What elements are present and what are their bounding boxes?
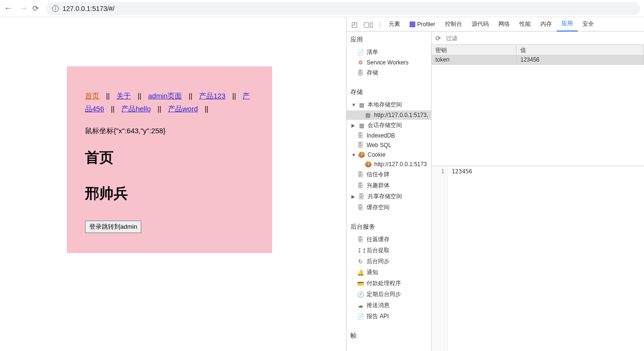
tab-console[interactable]: 控制台 bbox=[440, 17, 467, 32]
card-icon: 💳 bbox=[357, 280, 364, 287]
sidebar-item-label: 信任令牌 bbox=[367, 170, 390, 179]
tab-security[interactable]: 安全 bbox=[578, 17, 599, 32]
sidebar-item-websql[interactable]: 🗄Web SQL bbox=[347, 140, 431, 150]
sidebar-item-payment[interactable]: 💳付款处理程序 bbox=[347, 278, 431, 289]
sidebar-section-bgservices: 后台服务 bbox=[347, 219, 431, 234]
sidebar-item-storage-overview[interactable]: 🗄存储 bbox=[347, 67, 431, 78]
tab-memory[interactable]: 内存 bbox=[536, 17, 557, 32]
forward-button[interactable]: → bbox=[19, 3, 28, 13]
refresh-button[interactable]: ⟳ bbox=[435, 34, 441, 42]
cloud-icon: ☁ bbox=[357, 302, 364, 309]
nav-home-link[interactable]: 首页 bbox=[85, 92, 99, 100]
sidebar-item-label: 后台提取 bbox=[367, 246, 390, 255]
sidebar-item-local-storage[interactable]: ▼▦本地存储空间 bbox=[347, 99, 431, 110]
nav-sep: || bbox=[232, 92, 236, 100]
sidebar-item-label: 会话存储空间 bbox=[368, 121, 402, 129]
viewer-line-number: 1 bbox=[432, 166, 448, 351]
tab-elements[interactable]: 元素 bbox=[384, 17, 405, 32]
main-wrapper: 首页 || 关于 || admin页面 || 产品123 || 产品456 ||… bbox=[0, 17, 644, 351]
application-sidebar[interactable]: 应用 📄清单 ⚙Service Workers 🗄存储 存储 ▼▦本地存储空间 … bbox=[347, 32, 432, 351]
sidebar-item-indexeddb[interactable]: 🗄IndexedDB bbox=[347, 131, 431, 140]
chevron-down-icon[interactable]: ▼ bbox=[351, 102, 356, 107]
sidebar-item-trust-tokens[interactable]: 🗄信任令牌 bbox=[347, 169, 431, 180]
database-icon: 🗄 bbox=[357, 171, 364, 178]
reload-button[interactable]: ⟳ bbox=[32, 4, 39, 13]
storage-panel: ⟳ 密钥 值 token 123456 1 123456 bbox=[432, 32, 644, 351]
tab-network[interactable]: 网络 bbox=[494, 17, 515, 32]
chevron-right-icon[interactable]: ▶ bbox=[351, 194, 356, 199]
value-viewer: 1 123456 bbox=[432, 166, 644, 351]
site-info-icon[interactable]: i bbox=[52, 5, 59, 12]
sidebar-item-notifications[interactable]: 🔔通知 bbox=[347, 267, 431, 278]
nav-sep: || bbox=[111, 105, 115, 113]
sidebar-item-reporting[interactable]: 📄报告 API bbox=[347, 311, 431, 322]
sidebar-item-label: 后台同步 bbox=[367, 257, 390, 266]
nav-about-link[interactable]: 关于 bbox=[116, 92, 131, 100]
cell-key[interactable]: token bbox=[432, 55, 517, 65]
url-bar[interactable]: i 127.0.0.1:5173/#/ bbox=[46, 2, 640, 15]
device-toolbar-icon[interactable]: ▢▯ bbox=[360, 21, 376, 28]
sidebar-item-session-storage[interactable]: ▶▦会话存储空间 bbox=[347, 120, 431, 131]
sidebar-item-label: http://127.0.0.1:5173 bbox=[374, 161, 427, 168]
cell-value[interactable]: 123456 bbox=[517, 55, 644, 65]
sidebar-item-cookie[interactable]: ▼🍪Cookie bbox=[347, 150, 431, 160]
app-container: 首页 || 关于 || admin页面 || 产品123 || 产品456 ||… bbox=[67, 66, 272, 253]
nav-links: 首页 || 关于 || admin页面 || 产品123 || 产品456 ||… bbox=[85, 89, 254, 115]
database-icon: 🗄 bbox=[357, 236, 364, 243]
file-icon: 📄 bbox=[357, 313, 364, 320]
sidebar-item-label: 推送消息 bbox=[367, 301, 390, 309]
sidebar-item-shared-storage[interactable]: ▶🗄共享存储空间 bbox=[347, 191, 431, 202]
sidebar-item-cookie-origin[interactable]: 🍪http://127.0.0.1:5173 bbox=[347, 160, 431, 169]
login-button[interactable]: 登录跳转到admin bbox=[85, 221, 141, 233]
sidebar-item-label: 付款处理程序 bbox=[367, 279, 401, 287]
nav-p123-link[interactable]: 产品123 bbox=[199, 92, 225, 100]
inspect-element-icon[interactable]: ◰ bbox=[348, 21, 360, 28]
nav-phello-link[interactable]: 产品hello bbox=[121, 105, 151, 113]
sidebar-item-service-workers[interactable]: ⚙Service Workers bbox=[347, 58, 431, 67]
sidebar-item-local-storage-origin[interactable]: ▦http://127.0.0.1:5173, bbox=[347, 110, 431, 120]
sidebar-item-interest-groups[interactable]: 🗄兴趣群体 bbox=[347, 180, 431, 191]
storage-table[interactable]: 密钥 值 token 123456 bbox=[432, 45, 644, 166]
tabs-divider: | bbox=[376, 21, 384, 28]
table-header: 密钥 值 bbox=[432, 45, 644, 55]
sidebar-item-periodic-sync[interactable]: 🕘定期后台同步 bbox=[347, 289, 431, 300]
database-icon: 🗄 bbox=[357, 182, 364, 189]
nav-sep: || bbox=[158, 105, 161, 113]
sidebar-item-push[interactable]: ☁推送消息 bbox=[347, 300, 431, 311]
sidebar-item-bfcache[interactable]: 🗄往返缓存 bbox=[347, 234, 431, 245]
database-icon: 🗄 bbox=[357, 142, 364, 149]
tab-profiler[interactable]: Profiler bbox=[405, 17, 440, 32]
cookie-icon: 🍪 bbox=[365, 161, 371, 168]
sidebar-item-bg-fetch[interactable]: ↧↥后台提取 bbox=[347, 245, 431, 256]
sidebar-item-cache-storage[interactable]: 🗄缓存空间 bbox=[347, 202, 431, 213]
sync-icon: ↻ bbox=[357, 258, 364, 265]
tab-sources[interactable]: 源代码 bbox=[467, 17, 494, 32]
sidebar-section-frames: 帧 bbox=[347, 328, 431, 343]
browser-toolbar: ← → ⟳ i 127.0.0.1:5173/#/ bbox=[0, 0, 644, 17]
filter-input[interactable] bbox=[446, 35, 640, 42]
page-viewport: 首页 || 关于 || admin页面 || 产品123 || 产品456 ||… bbox=[0, 17, 346, 351]
url-text: 127.0.0.1:5173/#/ bbox=[63, 5, 115, 12]
sidebar-item-bg-sync[interactable]: ↻后台同步 bbox=[347, 256, 431, 267]
devtools-panel: ◰ ▢▯ | 元素 Profiler 控制台 源代码 网络 性能 内存 应用 安… bbox=[346, 17, 644, 351]
sidebar-item-label: 报告 API bbox=[367, 312, 389, 320]
nav-admin-link[interactable]: admin页面 bbox=[148, 92, 182, 100]
header-value[interactable]: 值 bbox=[517, 45, 644, 55]
chevron-down-icon[interactable]: ▼ bbox=[351, 152, 356, 158]
database-icon: 🗄 bbox=[357, 132, 364, 139]
sidebar-item-manifest[interactable]: 📄清单 bbox=[347, 47, 431, 58]
mouse-coords: 鼠标坐标{"x":643,"y":258} bbox=[85, 127, 254, 136]
bell-icon: 🔔 bbox=[357, 269, 364, 276]
back-button[interactable]: ← bbox=[4, 3, 12, 13]
nav-pword-link[interactable]: 产品word bbox=[168, 105, 198, 113]
nav-sep: || bbox=[106, 92, 110, 100]
table-row[interactable]: token 123456 bbox=[432, 55, 644, 65]
grid-icon: ▦ bbox=[358, 102, 365, 108]
header-key[interactable]: 密钥 bbox=[432, 45, 517, 55]
chevron-right-icon[interactable]: ▶ bbox=[351, 123, 356, 128]
clock-icon: 🕘 bbox=[357, 291, 364, 298]
tab-performance[interactable]: 性能 bbox=[515, 17, 536, 32]
sidebar-item-label: Web SQL bbox=[367, 142, 391, 149]
tab-application[interactable]: 应用 bbox=[557, 17, 578, 32]
viewer-content[interactable]: 123456 bbox=[448, 166, 476, 351]
